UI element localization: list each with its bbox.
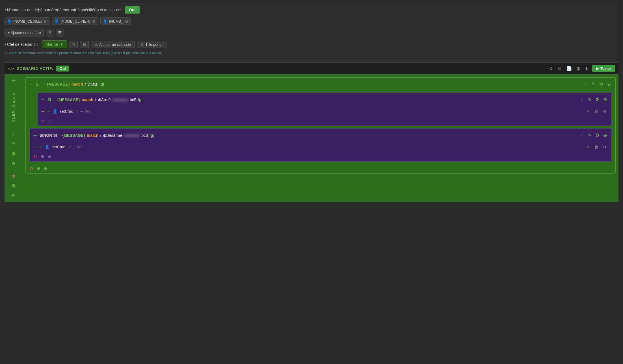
si-check-icon[interactable]: ✓	[583, 81, 589, 88]
action-icons-right-sinon: ✎ 🗑 ⚙	[585, 144, 608, 150]
sidebar-gear2-icon[interactable]: ⚙	[11, 182, 16, 189]
action-edit-btn-sinon[interactable]: ✎	[585, 144, 591, 150]
sinon-plus2[interactable]: ⊕	[48, 154, 51, 159]
scenario-key-select[interactable]: Alarme ▼	[42, 40, 67, 48]
code-tag-icon: </>	[8, 66, 14, 71]
chip-olivier: 👤 {NUMB_OLIVIER} ⊖	[52, 18, 98, 25]
si-match-kw: match	[72, 82, 83, 86]
action-check-1[interactable]: ✓	[47, 109, 50, 114]
sinon-gear2[interactable]: ⚙	[41, 154, 44, 159]
action-drag-1[interactable]: ✛	[41, 109, 45, 114]
play-icon: ▶	[596, 66, 599, 71]
scenario-key-row: • Clef de scénario : Alarme ▼ ✎ 🗑 ⊕ Ajou…	[5, 40, 618, 48]
inner-match-kw-1: match	[82, 97, 93, 102]
sinon-edit-icon[interactable]: ✎	[587, 132, 592, 139]
action-gear-btn-sinon[interactable]: ⚙	[602, 144, 608, 150]
hashtag-btn[interactable]: #	[46, 29, 53, 36]
action-check-sinon[interactable]: ✓	[39, 145, 42, 149]
sinon-plus-icon[interactable]: ⊕	[602, 132, 608, 139]
person-icon-2: 👤	[54, 19, 59, 23]
si-edit-icon[interactable]: ✎	[591, 81, 596, 88]
edit-scenario-key-btn[interactable]: ✎	[70, 41, 78, 48]
si-outer-header: ✛ SI {MESSAGE} match / villate /gi ✓ ✎ ⚙…	[26, 78, 615, 90]
download-btn[interactable]: ⬇	[583, 65, 590, 72]
action-cmd-icon-sinon: 👤	[45, 145, 49, 149]
add-scenario-btn[interactable]: ⊕ Ajouter un scénario	[91, 41, 135, 48]
numbers-row: • N'autoriser que le(s) numéro(s) entran…	[5, 6, 618, 14]
inner-gear2-1[interactable]: ⚙	[41, 119, 45, 123]
inner-drag-icon-1[interactable]: ✛	[41, 97, 45, 102]
info-text: La clef de scénario représente les premi…	[7, 51, 163, 55]
sidebar-check-icon[interactable]: ✓	[11, 130, 16, 137]
si-gear-icon[interactable]: ⚙	[598, 81, 604, 88]
inner-check-icon-1[interactable]: ✓	[579, 96, 585, 103]
action-edit-btn-1[interactable]: ✎	[585, 109, 591, 114]
inner-message-var-1: {MESSAGE}	[57, 97, 80, 102]
si-flag: /gi	[99, 82, 104, 86]
undo-btn[interactable]: ↺	[548, 65, 554, 72]
si-message-var: {MESSAGE}	[47, 82, 70, 86]
trash-scenario-key-btn[interactable]: 🗑	[80, 41, 89, 48]
chip-numb: 👤 {NUMB_ ⊖	[100, 18, 131, 25]
inner-plus2-1[interactable]: ⊕	[48, 119, 52, 123]
action-trash-btn-sinon[interactable]: 🗑	[593, 144, 600, 150]
action-drag-sinon[interactable]: ✛	[33, 145, 37, 149]
sinon-message-var: {MESSAGE}	[62, 133, 85, 138]
inner-edit-icon-1[interactable]: ✎	[587, 96, 592, 103]
inner-slash-1: /	[95, 97, 96, 102]
inner-si-header-1: ✛ SI {MESSAGE} match / \bArmé xxxxxxxx o…	[38, 93, 611, 106]
numbers-oui-btn[interactable]: Oui	[125, 6, 139, 14]
redo-btn[interactable]: ↻	[556, 65, 563, 72]
dollar-btn[interactable]: $	[576, 65, 581, 72]
sinon-si-block: ✛ SINON SI {MESSAGE} match / \bDésarmé x…	[29, 128, 612, 162]
chip-olivier-remove[interactable]: ⊖	[92, 19, 96, 23]
sidebar-edit-icon[interactable]: ✎	[11, 140, 16, 147]
chip-numb-label: {NUMB_	[109, 19, 123, 23]
sinon-si-condition: {MESSAGE} match / \bDésarmé xxxxxxxx oc$…	[62, 133, 576, 138]
import-btn[interactable]: ⬇ ⬇ Importer	[137, 41, 166, 48]
scenario-key-label: • Clef de scénario :	[5, 42, 38, 47]
inner-blurred-1: xxxxxxxx	[112, 97, 128, 102]
sinon-trash-icon[interactable]: 🗑	[33, 154, 37, 159]
sidebar-plus-icon[interactable]: ⊕	[11, 160, 16, 167]
add-number-btn[interactable]: + Ajouter un numéro	[5, 29, 44, 36]
info-icon: ℹ	[5, 51, 6, 55]
si-gear3-icon[interactable]: ⚙	[37, 166, 40, 171]
sinon-gear-icon[interactable]: ⚙	[594, 132, 600, 139]
inner-si-block-1: ✛ SI {MESSAGE} match / \bArmé xxxxxxxx o…	[37, 93, 612, 126]
action-gear-btn-1[interactable]: ⚙	[602, 109, 608, 114]
si-drag-icon[interactable]: ✛	[29, 82, 33, 86]
action-row-inner-1: ✛ ✓ 👤 setCmd Id – 822	[41, 109, 583, 114]
inner-flag-1: /gi	[138, 97, 142, 102]
action-trash-btn-1[interactable]: 🗑	[593, 109, 600, 114]
chip-cecile-label: {NUMB_CECILE}	[13, 19, 42, 23]
sinon-drag-icon[interactable]: ✛	[33, 133, 37, 138]
sinon-check-icon[interactable]: ✓	[579, 132, 585, 139]
sinon-match-kw: match	[87, 133, 98, 138]
inner-plus-icon-1[interactable]: ⊕	[602, 96, 608, 103]
sidebar-gear-icon[interactable]: ⚙	[11, 150, 16, 157]
sidebar-trash-icon[interactable]: 🗑	[10, 173, 17, 179]
sidebar-plus2-icon[interactable]: ⊕	[11, 192, 16, 199]
chip-numb-remove[interactable]: ⊖	[125, 19, 128, 23]
inner-gear-icon-1[interactable]: ⚙	[594, 96, 600, 103]
action-id-value-1: 822	[85, 109, 90, 113]
si-plus3-icon[interactable]: ⊕	[44, 166, 47, 171]
doc-btn[interactable]: 📄	[565, 65, 574, 72]
tester-btn[interactable]: ▶ Tester	[592, 65, 615, 72]
top-section: • N'autoriser que le(s) numéro(s) entran…	[5, 3, 618, 62]
info-row: ℹ La clef de scénario représente les pre…	[5, 51, 618, 55]
list-btn[interactable]: ☰	[56, 29, 64, 36]
chip-olivier-label: {NUMB_OLIVIER}	[60, 19, 90, 23]
action-id-label-sinon: Id	[68, 145, 70, 149]
sinon-regex: \bDésarmé	[103, 133, 122, 138]
scenario-active-left: </> SCÉNARIO ACTIF: Oui	[8, 66, 69, 72]
sinon-si-label: SINON SI	[40, 133, 59, 138]
action-cmd-name-sinon: setCmd	[52, 145, 65, 149]
si-trash2-icon[interactable]: 🗑	[29, 166, 33, 171]
action-id-sep-1: –	[81, 109, 83, 113]
si-plus-icon[interactable]: ⊕	[606, 81, 612, 88]
sinon-flag: /gi	[150, 133, 154, 138]
action-id-label-1: Id	[75, 109, 78, 113]
chip-cecile-remove[interactable]: ⊖	[44, 19, 47, 23]
